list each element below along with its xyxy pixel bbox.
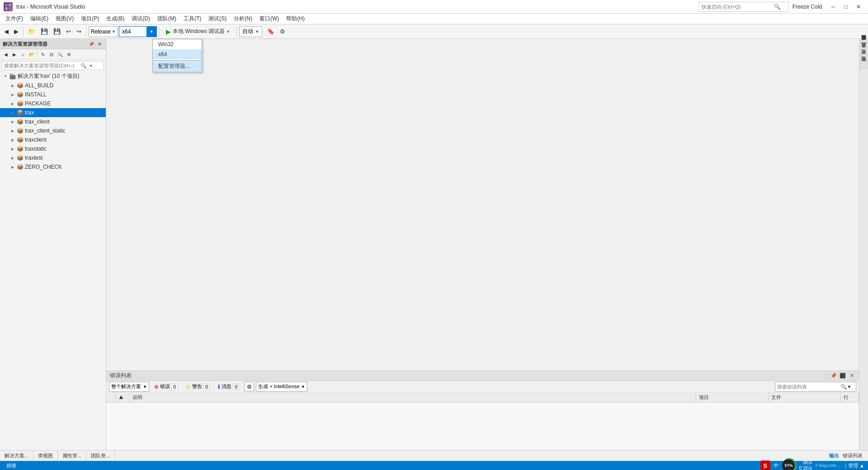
scope-arrow[interactable]: ▼ — [143, 385, 147, 389]
menu-team[interactable]: 团队(M) — [154, 14, 180, 24]
col-file-header[interactable]: 文件 — [769, 393, 841, 402]
tree-item-trax[interactable]: ▶ 📦 trax — [0, 108, 106, 117]
expand-icon[interactable]: ▶ — [9, 91, 16, 98]
search-dropdown-arrow[interactable]: ▼ — [88, 64, 94, 68]
dropdown-x64[interactable]: x64 — [153, 49, 202, 59]
error-search[interactable]: 🔍 ▼ — [775, 382, 856, 392]
toolbar-folder-btn[interactable]: 📂 — [28, 50, 36, 58]
menu-build[interactable]: 生成(B) — [103, 14, 128, 24]
tree-item-traxclient[interactable]: ▶ 📦 traxclient — [0, 135, 106, 144]
tree-item-zero-check[interactable]: ▶ 📦 ZERO_CHECK — [0, 162, 106, 171]
solution-explorer-search[interactable]: 🔍 ▼ — [2, 61, 104, 70]
redo-button[interactable]: ↪ — [74, 26, 84, 38]
bookmark-button[interactable]: 🔖 — [265, 26, 277, 38]
toolbar-filter-btn[interactable]: 🔍 — [56, 50, 64, 58]
save-all-button[interactable]: 💾 — [51, 26, 63, 38]
toolbar-home-btn[interactable]: ⌂ — [19, 50, 27, 58]
bottom-tab-class-view[interactable]: 类视图 — [33, 451, 58, 461]
message-filter-button[interactable]: ℹ 消息 0 — [215, 382, 242, 392]
expand-icon[interactable]: ▶ — [9, 82, 16, 89]
dropdown-config-manager[interactable]: 配置管理器... — [153, 60, 202, 72]
minimize-button[interactable]: ─ — [827, 1, 839, 13]
filter-button[interactable]: ⚙ — [244, 382, 254, 392]
tree-item-trax-client[interactable]: ▶ 📦 trax_client — [0, 117, 106, 126]
panel-undock-button[interactable]: ⬛ — [839, 372, 846, 380]
col-code-header[interactable]: ⯅ — [116, 393, 130, 402]
bottom-tab-properties[interactable]: 属性管... — [58, 451, 86, 461]
blog-link[interactable]: // blog.csdn... — [816, 463, 840, 468]
menu-debug[interactable]: 调试(D) — [128, 14, 154, 24]
build-scope-select[interactable]: 生成 + IntelliSense ▼ — [256, 382, 307, 392]
tree-item-traxtest[interactable]: ▶ 📦 traxtest — [0, 153, 106, 162]
error-search-input[interactable] — [777, 384, 840, 389]
toolbar-collapse-btn[interactable]: ⊟ — [47, 50, 56, 58]
menu-project[interactable]: 项目(P) — [77, 14, 103, 24]
open-button[interactable]: 📁 — [26, 26, 38, 38]
close-button[interactable]: ✕ — [853, 1, 864, 13]
panel-close-button[interactable]: ✕ — [848, 372, 855, 380]
maximize-button[interactable]: □ — [840, 1, 852, 13]
tree-item-package[interactable]: ▶ 📦 PACKAGE — [0, 99, 106, 108]
configuration-select[interactable]: Release ▼ — [89, 26, 118, 37]
expand-icon[interactable]: ▶ — [9, 163, 16, 171]
expand-icon[interactable]: ▼ — [2, 73, 9, 80]
start-debug-button[interactable]: ▶ 本地 Windows 调试器 ▼ — [162, 26, 234, 38]
right-tab-toolbox[interactable]: 工具箱 — [859, 48, 868, 54]
tree-solution-root[interactable]: ▼ 解决方案'trax' (10 个项目) — [0, 71, 106, 81]
scope-select[interactable]: 整个解决方案 ▼ — [109, 382, 149, 392]
menu-analyze[interactable]: 分析(N) — [230, 14, 256, 24]
build-scope-arrow[interactable]: ▼ — [301, 385, 305, 389]
menu-view[interactable]: 视图(V) — [52, 14, 77, 24]
menu-help[interactable]: 帮助(H) — [283, 14, 308, 24]
forward-button[interactable]: ▶ — [12, 26, 21, 38]
panel-pin-button[interactable]: 📌 — [830, 372, 837, 380]
quick-launch-input[interactable] — [702, 4, 774, 9]
save-button[interactable]: 💾 — [38, 26, 50, 38]
quick-launch-search[interactable]: 🔍 — [698, 2, 789, 12]
toolbar-refresh-btn[interactable]: ↻ — [39, 50, 47, 58]
toolbar-settings-btn[interactable]: ⚙ — [65, 50, 73, 58]
config-dropdown-arrow[interactable]: ▼ — [112, 29, 116, 34]
bottom-tab-team[interactable]: 团队资... — [86, 451, 115, 461]
col-line-header[interactable]: 行 — [841, 393, 859, 402]
error-search-arrow[interactable]: ▼ — [847, 385, 851, 389]
bottom-tab-solution[interactable]: 解决方案... — [0, 451, 33, 461]
expand-icon[interactable]: ▶ — [9, 136, 16, 143]
platform-select[interactable]: x64 ▼ — [119, 26, 157, 37]
right-tab-bookmark[interactable]: 书签 — [859, 55, 868, 62]
tree-item-traxstatic[interactable]: ▶ 📦 traxstatic — [0, 144, 106, 153]
col-desc-header[interactable]: 说明 — [130, 393, 696, 402]
warning-filter-button[interactable]: ⚠ 警告 0 — [183, 382, 213, 392]
expand-icon[interactable]: ▶ — [9, 145, 16, 152]
sidebar-pin-button[interactable]: 📌 — [88, 40, 95, 47]
tab-management[interactable]: ↕ 管理 ▲ — [844, 462, 865, 469]
right-tab-notify[interactable]: 通知 — [859, 62, 868, 69]
toolbar-forward-btn[interactable]: ▶ — [10, 50, 19, 58]
auto-select[interactable]: 自动 ▼ — [239, 26, 262, 37]
dropdown-win32[interactable]: Win32 — [153, 39, 202, 49]
tree-item-all-build[interactable]: ▶ 📦 ALL_BUILD — [0, 81, 106, 90]
expand-icon[interactable]: ▶ — [9, 118, 16, 125]
expand-icon[interactable]: ▶ — [9, 154, 16, 161]
menu-test[interactable]: 测试(S) — [205, 14, 230, 24]
menu-tools[interactable]: 工具(T) — [180, 14, 205, 24]
menu-window[interactable]: 窗口(W) — [256, 14, 283, 24]
debug-target-arrow[interactable]: ▼ — [226, 29, 230, 34]
col-project-header[interactable]: 项目 — [696, 393, 769, 402]
undo-button[interactable]: ↩ — [64, 26, 73, 38]
menu-edit[interactable]: 编辑(E) — [27, 14, 52, 24]
expand-icon[interactable]: ▶ — [9, 100, 16, 107]
tree-item-trax-client-static[interactable]: ▶ 📦 trax_client_static — [0, 126, 106, 135]
solution-explorer-search-input[interactable] — [2, 63, 79, 68]
platform-dropdown-arrow[interactable]: ▼ — [146, 26, 156, 37]
expand-icon[interactable]: ▶ — [9, 127, 16, 134]
auto-select-arrow[interactable]: ▼ — [255, 29, 259, 34]
sidebar-close-button[interactable]: ✕ — [96, 40, 103, 47]
settings-button[interactable]: ⚙ — [278, 26, 288, 38]
expand-icon[interactable]: ▶ — [9, 109, 16, 116]
menu-file[interactable]: 文件(F) — [2, 14, 27, 24]
error-filter-button[interactable]: ⊗ 错误 0 — [151, 382, 181, 392]
right-tab-server[interactable]: 服务器资源管理器 — [859, 41, 868, 47]
back-button[interactable]: ◀ — [2, 26, 11, 38]
toolbar-back-btn[interactable]: ◀ — [2, 50, 10, 58]
